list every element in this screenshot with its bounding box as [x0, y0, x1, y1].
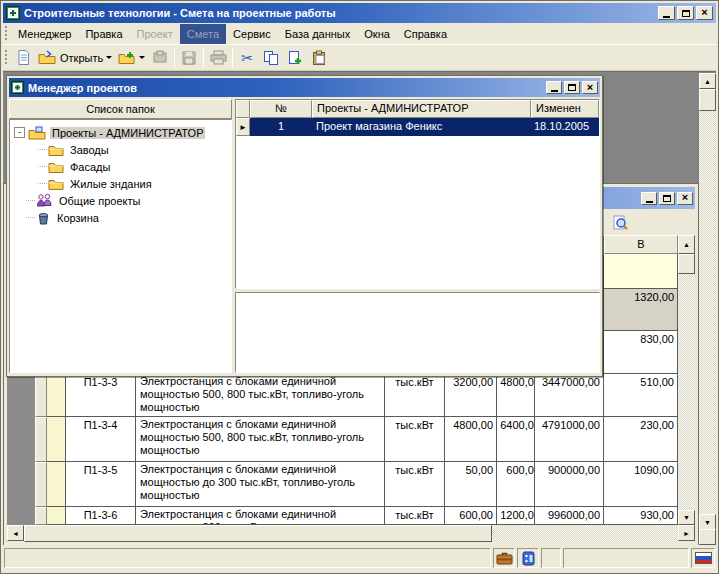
- selected-project-row[interactable]: 1 Проект магазина Феникс 18.10.2005: [250, 118, 599, 136]
- grid-vertical-scrollbar[interactable]: ▼: [678, 254, 695, 525]
- table-row[interactable]: П1-3-5 Электростанция с блоками единично…: [35, 462, 695, 507]
- menu-edit[interactable]: Правка: [78, 24, 129, 44]
- menubar-grip[interactable]: [5, 26, 7, 42]
- table-row[interactable]: П1-3-6 Электростанция с блоками единично…: [35, 507, 695, 525]
- tree-item-label[interactable]: Фасады: [68, 161, 112, 173]
- b-value-cell[interactable]: 930,00: [604, 507, 678, 525]
- code-cell[interactable]: П1-3-4: [66, 417, 136, 462]
- b-value-cell[interactable]: [604, 254, 678, 289]
- code-cell[interactable]: П1-3-5: [66, 462, 136, 507]
- description-cell[interactable]: Электростанция с блоками единичной мощно…: [136, 417, 385, 462]
- tree-item-factories[interactable]: Заводы: [12, 141, 229, 158]
- value1-cell[interactable]: 600,00: [445, 507, 497, 525]
- grid-horizontal-scrollbar[interactable]: ◄ ►: [7, 525, 695, 542]
- number-column-header[interactable]: №: [250, 100, 312, 118]
- b-value-cell[interactable]: 510,00: [604, 374, 678, 417]
- new-document-button[interactable]: [11, 47, 35, 69]
- b-value-cell[interactable]: 1090,00: [604, 462, 678, 507]
- code-cell[interactable]: П1-3-6: [66, 507, 136, 525]
- table-row[interactable]: П1-3-3 Электростанция с блоками единично…: [35, 374, 695, 417]
- zoom-preview-button[interactable]: [608, 212, 632, 234]
- minimize-button[interactable]: [546, 81, 562, 94]
- toolbar-grip[interactable]: [5, 50, 7, 66]
- value1-cell[interactable]: 4800,00: [445, 417, 497, 462]
- b-value-cell[interactable]: 830,00: [604, 331, 678, 374]
- menu-manager[interactable]: Менеджер: [11, 24, 78, 44]
- cut-button[interactable]: ✂: [235, 47, 259, 69]
- tree-item-projects-root[interactable]: - Проекты - АДМИНИСТРАТОР: [12, 124, 229, 141]
- b-value-cell[interactable]: 1320,00: [604, 289, 678, 331]
- scrollbar-track[interactable]: [678, 274, 695, 510]
- tree-item-label[interactable]: Корзина: [55, 212, 101, 224]
- tree-item-label[interactable]: Заводы: [68, 144, 111, 156]
- folder-list-header-button[interactable]: Список папок: [9, 99, 232, 119]
- tree-item-facades[interactable]: Фасады: [12, 158, 229, 175]
- scrollbar-thumb[interactable]: [24, 525, 492, 542]
- scrollbar-thumb[interactable]: [699, 89, 716, 111]
- value3-cell[interactable]: 4791000,00: [535, 417, 604, 462]
- description-cell[interactable]: Электростанция с блоками единичной мощно…: [136, 507, 385, 525]
- tree-item-recycle-bin[interactable]: Корзина: [12, 209, 229, 226]
- minimize-button[interactable]: [658, 6, 675, 20]
- value2-cell[interactable]: 600,00: [497, 462, 535, 507]
- scrollbar-track[interactable]: [24, 525, 678, 542]
- status-language-panel: [691, 548, 715, 568]
- menu-help[interactable]: Справка: [397, 24, 454, 44]
- scroll-left-button[interactable]: ◄: [7, 525, 24, 541]
- paste-button[interactable]: [307, 47, 331, 69]
- close-icon: ×: [682, 192, 688, 203]
- copy-button[interactable]: [259, 47, 283, 69]
- value3-cell[interactable]: 900000,00: [535, 462, 604, 507]
- value2-cell[interactable]: 6400,00: [497, 417, 535, 462]
- tree-item-residential[interactable]: Жилые зндания: [12, 175, 229, 192]
- maximize-button[interactable]: [564, 81, 580, 94]
- grid-header-b-column[interactable]: В: [604, 235, 678, 254]
- name-column-header[interactable]: Проекты - АДМИНИСТРАТОР: [312, 100, 531, 118]
- grid-scroll-down-button[interactable]: ▼: [678, 510, 695, 525]
- scroll-down-button[interactable]: ▼: [699, 514, 716, 530]
- menu-service[interactable]: Сервис: [226, 24, 278, 44]
- value1-cell[interactable]: 50,00: [445, 462, 497, 507]
- value2-cell[interactable]: 4800,00: [497, 374, 535, 417]
- add-folder-button[interactable]: [115, 47, 148, 69]
- grid-scroll-up-button[interactable]: ▲: [678, 235, 695, 254]
- scrollbar-track[interactable]: [699, 111, 716, 514]
- menu-project: Проект: [130, 24, 180, 44]
- scroll-right-button[interactable]: ►: [678, 525, 695, 541]
- table-row[interactable]: П1-3-4 Электростанция с блоками единично…: [35, 417, 695, 462]
- minimize-button[interactable]: [641, 192, 657, 205]
- project-list-row[interactable]: ► 1 Проект магазина Феникс 18.10.2005: [236, 118, 599, 136]
- value2-cell[interactable]: 1200,00: [497, 507, 535, 525]
- tree-item-label[interactable]: Проекты - АДМИНИСТРАТОР: [50, 127, 205, 139]
- paste-insert-button[interactable]: [283, 47, 307, 69]
- row-flag-cell: [47, 417, 66, 462]
- unit-cell[interactable]: тыс.кВт: [385, 507, 445, 525]
- value3-cell[interactable]: 996000,00: [535, 507, 604, 525]
- tree-item-label[interactable]: Общие проекты: [57, 195, 142, 207]
- unit-cell[interactable]: тыс.кВт: [385, 462, 445, 507]
- value3-cell[interactable]: 3447000,00: [535, 374, 604, 417]
- menu-database[interactable]: База данных: [278, 24, 358, 44]
- close-button[interactable]: ×: [582, 81, 598, 94]
- tree-item-label[interactable]: Жилые зндания: [68, 178, 154, 190]
- open-button[interactable]: Открыть: [35, 47, 115, 69]
- maximize-button[interactable]: [677, 6, 694, 20]
- modified-column-header[interactable]: Изменен: [531, 100, 599, 118]
- menu-windows[interactable]: Окна: [357, 24, 397, 44]
- scrollbar-thumb[interactable]: [678, 254, 695, 274]
- description-cell[interactable]: Электростанция с блоками единичной мощно…: [136, 462, 385, 507]
- scroll-up-button[interactable]: ▲: [699, 73, 716, 89]
- maximize-button[interactable]: [659, 192, 675, 205]
- collapse-icon[interactable]: -: [14, 127, 25, 138]
- code-cell[interactable]: П1-3-3: [66, 374, 136, 417]
- unit-cell[interactable]: тыс.кВт: [385, 374, 445, 417]
- close-button[interactable]: ×: [677, 192, 693, 205]
- description-cell[interactable]: Электростанция с блоками единичной мощно…: [136, 374, 385, 417]
- b-value-cell[interactable]: 230,00: [604, 417, 678, 462]
- main-window: Строительные технологии - Смета на проек…: [0, 0, 719, 574]
- unit-cell[interactable]: тыс.кВт: [385, 417, 445, 462]
- close-button[interactable]: ×: [696, 6, 713, 20]
- tree-item-shared-projects[interactable]: Общие проекты: [12, 192, 229, 209]
- value1-cell[interactable]: 3200,00: [445, 374, 497, 417]
- mdi-vertical-scrollbar[interactable]: ▲ ▼: [699, 73, 716, 530]
